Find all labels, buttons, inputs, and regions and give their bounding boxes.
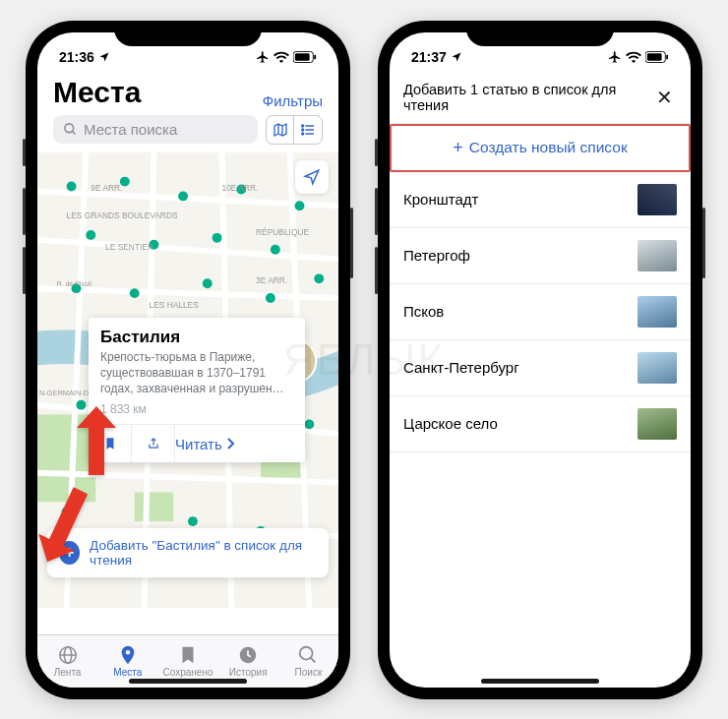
svg-point-27 [178, 191, 188, 201]
list-thumbnail [637, 352, 677, 384]
airplane-icon [608, 50, 622, 64]
read-button[interactable]: Читать [175, 425, 234, 462]
svg-rect-13 [135, 492, 173, 521]
svg-point-37 [266, 293, 275, 303]
arrow-annotation-bottom [37, 487, 96, 569]
svg-text:10E ARR.: 10E ARR. [222, 183, 259, 193]
list-item[interactable]: Петергоф [390, 228, 691, 284]
svg-rect-2 [314, 54, 316, 59]
list-item[interactable]: Кронштадт [390, 172, 691, 228]
sheet-title: Добавить 1 статью в список для чтения [403, 82, 652, 113]
svg-line-67 [311, 658, 316, 663]
home-indicator[interactable] [129, 679, 247, 684]
view-toggle[interactable] [266, 115, 323, 145]
svg-text:LE SENTIER: LE SENTIER [105, 241, 153, 251]
page-title: Места [53, 76, 141, 109]
notch [466, 21, 614, 46]
status-time: 21:37 [411, 49, 447, 65]
card-distance: 1 833 км [100, 402, 293, 416]
arrow-annotation-top [65, 406, 124, 479]
chevron-right-icon [226, 438, 234, 449]
list-thumbnail [637, 184, 677, 215]
search-input[interactable]: Места поиска [53, 115, 258, 144]
svg-line-4 [72, 131, 75, 134]
snackbar-text: Добавить "Бастилия" в список для чтения [90, 538, 317, 568]
svg-rect-70 [666, 54, 668, 59]
tab-search[interactable]: Поиск [278, 635, 338, 688]
svg-text:3E ARR.: 3E ARR. [256, 275, 287, 285]
share-button[interactable] [132, 425, 175, 462]
battery-icon [645, 51, 669, 63]
svg-point-66 [300, 647, 313, 660]
svg-text:RÉPUBLIQUE: RÉPUBLIQUE [256, 226, 309, 236]
create-label: Создать новый список [469, 139, 628, 156]
svg-point-3 [65, 124, 74, 133]
svg-point-8 [302, 125, 304, 127]
list-view-icon[interactable] [294, 116, 322, 144]
home-indicator[interactable] [481, 679, 599, 684]
bookmark-tab-icon [177, 644, 199, 666]
tab-feed[interactable]: Лента [37, 635, 97, 688]
share-icon [147, 436, 160, 451]
filters-link[interactable]: Фильтры [263, 92, 323, 109]
svg-point-10 [302, 133, 304, 135]
svg-point-29 [295, 201, 305, 210]
svg-point-45 [188, 516, 198, 526]
globe-icon [57, 644, 79, 666]
search-placeholder: Места поиска [84, 121, 177, 138]
svg-rect-1 [295, 53, 310, 60]
svg-point-33 [271, 244, 280, 254]
battery-icon [293, 51, 317, 63]
svg-point-9 [302, 129, 304, 131]
location-arrow-icon [451, 51, 462, 63]
wifi-icon [273, 51, 289, 63]
map-view-icon[interactable] [267, 116, 294, 144]
create-new-list-button[interactable]: + Создать новый список [390, 124, 691, 172]
svg-text:9E ARR.: 9E ARR. [91, 183, 122, 193]
svg-point-30 [86, 229, 95, 239]
map[interactable]: 9E ARR. LES GRANDS BOULEVARDS LE SENTIER… [37, 152, 338, 634]
list-thumbnail [637, 408, 677, 440]
svg-point-32 [212, 232, 222, 242]
plus-icon: + [453, 138, 463, 158]
list-thumbnail [637, 296, 677, 328]
svg-point-41 [304, 419, 314, 429]
phone-left: 21:36 Места Фильтры Места поиска [26, 21, 350, 699]
close-button[interactable]: ✕ [652, 86, 677, 109]
location-icon [303, 168, 321, 186]
list-item-label: Санкт-Петербург [403, 359, 519, 376]
search-icon [63, 122, 78, 137]
list-item-label: Петергоф [403, 247, 470, 264]
wifi-icon [626, 51, 641, 63]
card-title: Бастилия [100, 328, 293, 347]
list-item-label: Псков [403, 303, 444, 320]
location-arrow-icon [98, 51, 110, 63]
svg-point-35 [130, 288, 140, 298]
svg-rect-69 [647, 53, 662, 60]
svg-text:R. de Rivoli: R. de Rivoli [57, 280, 92, 287]
svg-text:LES HALLES: LES HALLES [150, 299, 200, 309]
status-time: 21:36 [59, 49, 94, 65]
svg-point-36 [203, 278, 212, 288]
svg-marker-61 [37, 487, 96, 566]
svg-point-25 [67, 181, 77, 191]
svg-point-38 [314, 273, 324, 283]
airplane-icon [256, 50, 270, 64]
list-item[interactable]: Санкт-Петербург [390, 340, 691, 396]
svg-text:LES GRANDS BOULEVARDS: LES GRANDS BOULEVARDS [67, 210, 178, 220]
svg-marker-60 [77, 406, 116, 475]
search-tab-icon [297, 644, 319, 666]
sheet-header: Добавить 1 статью в список для чтения ✕ [390, 72, 691, 124]
list-item[interactable]: Царское село [390, 396, 691, 452]
reading-lists: Кронштадт Петергоф Псков Санкт-Петербург… [390, 172, 691, 688]
list-thumbnail [637, 240, 677, 271]
list-item[interactable]: Псков [390, 284, 691, 340]
card-description: Крепость-тюрьма в Париже, существовавшая… [100, 349, 293, 397]
phone-right: 21:37 Добавить 1 статью в список для чте… [378, 21, 702, 699]
pin-icon [117, 644, 139, 666]
list-item-label: Кронштадт [403, 191, 478, 208]
notch [114, 21, 262, 46]
clock-icon [237, 644, 259, 666]
locate-button[interactable] [295, 160, 329, 194]
list-item-label: Царское село [403, 415, 498, 432]
